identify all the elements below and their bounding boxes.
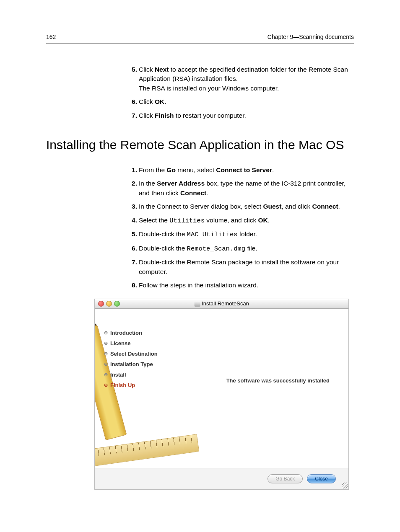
list-item: 5. Click Next to accept the specified de… bbox=[125, 65, 354, 93]
installer-success-message: The software was successfully installed bbox=[226, 377, 330, 383]
installer-step-select-destination: ⊖Select Destination bbox=[104, 351, 158, 357]
installer-step-introduction: ⊖Introduction bbox=[104, 330, 158, 336]
list-item: 2. In the Server Address box, type the n… bbox=[125, 179, 354, 198]
list-item: 6. Double-click the Remote_Scan.dmg file… bbox=[125, 244, 354, 253]
installer-button-bar: Go Back Close bbox=[95, 468, 348, 489]
section-heading: Installing the Remote Scan Application i… bbox=[46, 137, 354, 153]
list-item: 6. Click OK. bbox=[125, 97, 354, 106]
zoom-window-icon[interactable] bbox=[114, 301, 120, 307]
minimize-window-icon[interactable] bbox=[106, 301, 112, 307]
installer-step-installation-type: ⊖Installation Type bbox=[104, 361, 158, 367]
list-item: 5. Double-click the MAC Utilities folder… bbox=[125, 230, 354, 239]
installer-window: Install RemoteScan ⊖Introduction ⊖Licens… bbox=[94, 299, 349, 490]
go-back-button[interactable]: Go Back bbox=[268, 474, 303, 483]
installer-step-finish-up: ⊖Finish Up bbox=[104, 382, 158, 388]
installer-step-install: ⊖Install bbox=[104, 372, 158, 378]
resize-grip-icon[interactable] bbox=[342, 483, 348, 488]
page-number: 162 bbox=[46, 34, 56, 40]
close-window-icon[interactable] bbox=[98, 301, 104, 307]
ordered-list-1: 5. Click Next to accept the specified de… bbox=[125, 65, 354, 120]
list-item: 7. Click Finish to restart your computer… bbox=[125, 111, 354, 120]
list-item: 4. Select the Utilities volume, and clic… bbox=[125, 216, 354, 225]
installer-package-icon bbox=[194, 301, 200, 307]
ordered-list-2: 1. From the Go menu, select Connect to S… bbox=[125, 165, 354, 290]
installer-steps-sidebar: ⊖Introduction ⊖License ⊖Select Destinati… bbox=[104, 330, 158, 393]
window-titlebar: Install RemoteScan bbox=[95, 299, 348, 309]
window-title: Install RemoteScan bbox=[202, 300, 249, 307]
list-item: 3. In the Connect to Server dialog box, … bbox=[125, 202, 354, 211]
chapter-label: Chapter 9—Scanning documents bbox=[268, 34, 354, 40]
list-item: 1. From the Go menu, select Connect to S… bbox=[125, 165, 354, 175]
list-item: 8. Follow the steps in the installation … bbox=[125, 281, 354, 290]
list-item: 7. Double-click the Remote Scan package … bbox=[125, 258, 354, 276]
page-header: 162 Chapter 9—Scanning documents bbox=[46, 34, 354, 44]
installer-step-license: ⊖License bbox=[104, 340, 158, 346]
close-button[interactable]: Close bbox=[307, 474, 336, 483]
